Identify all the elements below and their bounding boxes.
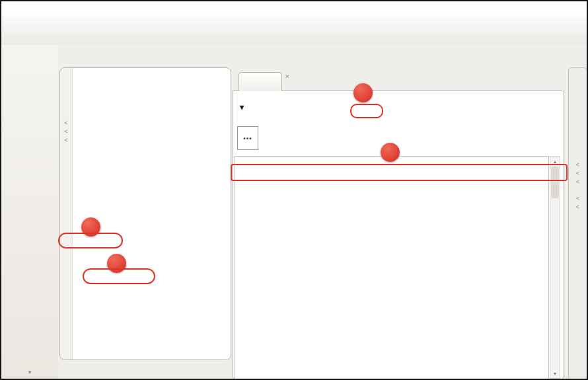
close-tab-icon[interactable] [285,73,290,80]
annotation-step-3 [381,143,400,162]
module-sidebar [1,45,58,380]
products-table [235,156,549,379]
app-window [0,0,588,380]
sidebar-bottom [1,369,58,380]
collapse-chevron-icon [64,128,67,136]
collapse-chevron-icon [576,178,579,186]
workspace-strip[interactable] [568,67,587,380]
subiekt-logo [1,45,58,71]
tab-towary[interactable] [239,72,282,91]
towary-panel [233,90,564,380]
sidebar-scroll-down-icon[interactable] [27,369,32,376]
title-dropdown-icon[interactable] [240,102,244,112]
annotation-step-4 [353,83,373,102]
scroll-down-icon[interactable] [550,369,560,378]
annotation-oval-kartoteki [58,233,123,248]
context-bar [58,45,588,66]
collapse-chevron-icon [64,136,67,145]
table-scrollbar[interactable] [550,156,560,379]
collapse-chevron-icon [64,119,67,128]
toolbar [1,15,587,45]
collapse-chevron-icon [576,169,579,178]
page-title[interactable] [239,98,244,113]
annotation-oval-popraw [350,104,383,118]
menu-bar [1,1,587,15]
collapse-chevron-icon [576,203,579,211]
collapse-chevron-icon [576,194,579,203]
main-area [233,67,564,380]
module-list-panel [59,67,231,360]
module-tree [73,68,231,360]
collapse-chevron-icon [576,161,579,169]
annotation-rect-selected-row [231,164,568,181]
annotation-oval-towary-i-uslugi [83,268,155,284]
more-filters-button[interactable] [237,126,258,150]
module-list-strip[interactable] [60,68,73,360]
